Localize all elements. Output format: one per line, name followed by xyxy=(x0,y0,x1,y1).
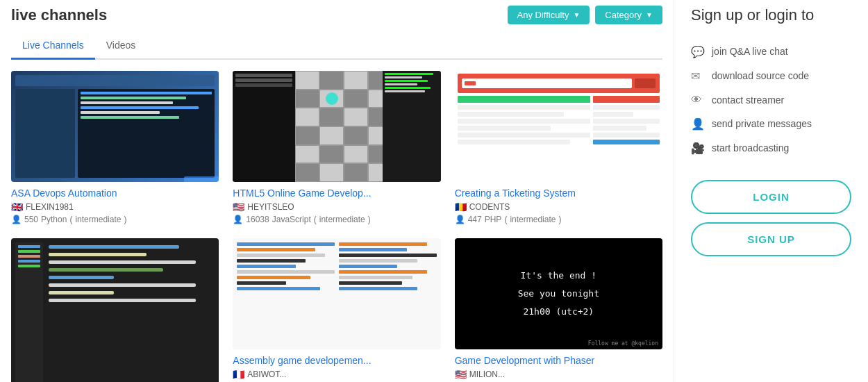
channel-title: ASA Devops Automation xyxy=(11,188,219,199)
sidebar: Sign up or login to 💬 join Q&A live chat… xyxy=(674,0,868,382)
channel-meta: 👤 550 Python (intermediate) xyxy=(11,215,219,224)
login-button[interactable]: LOGIN xyxy=(691,180,851,214)
page-title: live channels xyxy=(11,6,107,24)
email-icon: ✉ xyxy=(691,69,705,83)
channel-user: 🇫🇷 ABIWOT... xyxy=(233,369,440,380)
channel-meta: 👤 447 PHP (intermediate) xyxy=(455,215,662,224)
person-icon: 👤 xyxy=(11,215,22,224)
channel-card[interactable]: Java :: Game Development!... 🇷🇸 ADAMIRE.… xyxy=(11,238,219,382)
channel-thumbnail xyxy=(11,238,219,382)
chevron-down-icon: ▼ xyxy=(573,11,580,19)
channel-card[interactable]: It's the end ! See you tonight 21h00 (ut… xyxy=(455,238,662,382)
auth-buttons: LOGIN SIGN UP xyxy=(691,180,851,256)
channel-thumbnail xyxy=(11,71,219,182)
channel-user: 🇺🇸 HEYITSLEO xyxy=(233,201,440,213)
tabs-bar: Live Channels Videos xyxy=(11,33,662,60)
camera-icon: 🎥 xyxy=(691,142,705,155)
channel-thumbnail: It's the end ! See you tonight 21h00 (ut… xyxy=(455,238,662,349)
page-header: live channels Any Difficulty ▼ Category … xyxy=(11,0,662,33)
eye-icon: 👁 xyxy=(691,94,705,106)
channels-grid: ASA Devops Automation 🇬🇧 FLEXIN1981 👤 55… xyxy=(11,71,662,382)
channel-title: HTML5 Online Game Develop... xyxy=(233,188,440,199)
channel-card[interactable]: Assembly game developemen... 🇫🇷 ABIWOT..… xyxy=(233,238,440,382)
sidebar-item-broadcast: 🎥 start broadcasting xyxy=(691,136,851,160)
channel-card[interactable]: ASA Devops Automation 🇬🇧 FLEXIN1981 👤 55… xyxy=(11,71,219,224)
chat-icon: 💬 xyxy=(691,45,705,58)
channel-user: 🇺🇸 MILION... xyxy=(455,369,662,380)
tab-live-channels[interactable]: Live Channels xyxy=(11,33,95,60)
person-icon: 👤 xyxy=(455,215,465,224)
channel-user: 🇬🇧 FLEXIN1981 xyxy=(11,201,219,213)
sidebar-item-contact: 👁 contact streamer xyxy=(691,88,851,112)
sidebar-item-download: ✉ download source code xyxy=(691,64,851,88)
channel-meta: 👤 16038 JavaScript (intermediate) xyxy=(233,215,440,224)
tab-videos[interactable]: Videos xyxy=(95,33,147,60)
channel-title: Game Development with Phaser xyxy=(455,355,662,366)
signup-title: Sign up or login to xyxy=(691,6,851,26)
channel-thumbnail xyxy=(233,238,440,349)
channel-thumbnail xyxy=(233,71,440,182)
channel-title: Creating a Ticketing System xyxy=(455,188,662,199)
sidebar-item-messages: 👤 send private messages xyxy=(691,112,851,136)
chevron-down-icon: ▼ xyxy=(646,11,653,19)
category-filter[interactable]: Category ▼ xyxy=(595,6,662,24)
channel-card[interactable]: HTML5 Online Game Develop... 🇺🇸 HEYITSLE… xyxy=(233,71,440,224)
channel-thumbnail xyxy=(455,71,662,182)
difficulty-filter[interactable]: Any Difficulty ▼ xyxy=(508,6,590,24)
person-icon: 👤 xyxy=(233,215,243,224)
person-icon: 👤 xyxy=(691,117,705,131)
channel-card[interactable]: Creating a Ticketing System 🇷🇴 CODENTS 👤… xyxy=(455,71,662,224)
channel-user: 🇷🇴 CODENTS xyxy=(455,201,662,213)
channel-title: Assembly game developemen... xyxy=(233,355,440,366)
signup-button[interactable]: SIGN UP xyxy=(691,222,851,256)
filters-bar: Any Difficulty ▼ Category ▼ xyxy=(508,6,662,24)
sidebar-item-qa: 💬 join Q&A live chat xyxy=(691,40,851,64)
sidebar-items-list: 💬 join Q&A live chat ✉ download source c… xyxy=(691,40,851,160)
